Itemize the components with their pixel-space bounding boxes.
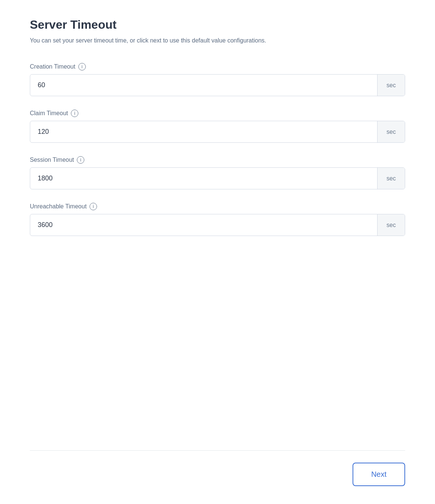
unreachable-timeout-input[interactable] [30, 214, 377, 236]
unreachable-timeout-section: Unreachable Timeout i sec [30, 203, 405, 236]
session-timeout-info-icon[interactable]: i [77, 156, 84, 164]
unreachable-timeout-input-wrapper: sec [30, 214, 405, 236]
creation-timeout-label: Creation Timeout i [30, 63, 405, 70]
session-timeout-label: Session Timeout i [30, 156, 405, 164]
claim-timeout-info-icon[interactable]: i [71, 110, 78, 117]
claim-timeout-input[interactable] [30, 121, 377, 142]
session-timeout-input-wrapper: sec [30, 167, 405, 189]
creation-timeout-input-wrapper: sec [30, 74, 405, 96]
claim-timeout-input-wrapper: sec [30, 121, 405, 143]
claim-timeout-section: Claim Timeout i sec [30, 110, 405, 143]
unreachable-timeout-unit: sec [377, 214, 405, 236]
footer: Next [30, 463, 405, 486]
footer-divider [30, 450, 405, 451]
creation-timeout-unit: sec [377, 75, 405, 96]
page-title: Server Timeout [30, 18, 405, 32]
claim-timeout-label: Claim Timeout i [30, 110, 405, 117]
content-area: Creation Timeout i sec Claim Timeout i s… [30, 63, 405, 450]
creation-timeout-section: Creation Timeout i sec [30, 63, 405, 96]
next-button[interactable]: Next [353, 463, 405, 486]
session-timeout-unit: sec [377, 168, 405, 189]
unreachable-timeout-info-icon[interactable]: i [90, 203, 97, 210]
session-timeout-input[interactable] [30, 168, 377, 189]
creation-timeout-info-icon[interactable]: i [78, 63, 86, 70]
session-timeout-section: Session Timeout i sec [30, 156, 405, 189]
page-container: Server Timeout You can set your server t… [0, 0, 435, 504]
page-description: You can set your server timeout time, or… [30, 36, 405, 45]
unreachable-timeout-label: Unreachable Timeout i [30, 203, 405, 210]
claim-timeout-unit: sec [377, 121, 405, 142]
creation-timeout-input[interactable] [30, 75, 377, 96]
